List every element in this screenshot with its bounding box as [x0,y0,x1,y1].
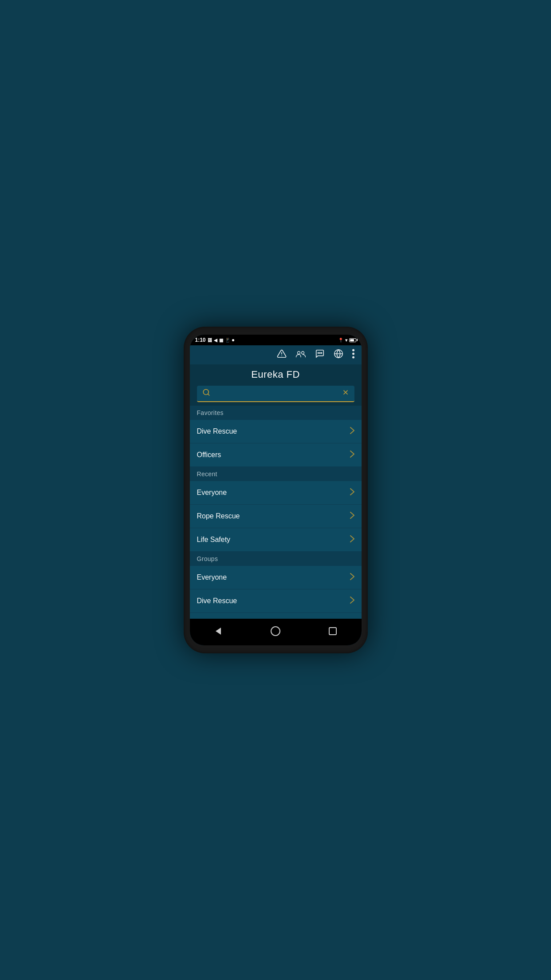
chevron-right-icon [350,597,354,605]
svg-point-5 [319,352,320,353]
home-button[interactable] [267,622,284,640]
globe-icon[interactable] [334,349,343,361]
list-item-label: Everyone [197,489,227,497]
wifi-icon: ▾ [345,338,347,343]
section-header-groups: Groups [190,552,362,566]
svg-point-6 [321,352,322,353]
list-item-dive-rescue-fav[interactable]: Dive Rescue [190,420,362,443]
chevron-right-icon [350,450,354,459]
list-item-eso-sarah[interactable]: ESO:SARAH [190,613,362,619]
more-icon[interactable] [352,349,354,361]
recents-button[interactable] [324,622,342,640]
status-bar-left: 1:10 🖼 ◀ ▦ 📱 [195,337,234,343]
list-item-rope-rescue[interactable]: Rope Rescue [190,505,362,528]
home-circle [271,626,280,636]
svg-point-2 [297,352,300,354]
search-bar[interactable] [197,386,354,402]
bottom-nav [190,619,362,645]
svg-line-13 [208,394,209,395]
list-item-everyone-groups[interactable]: Everyone [190,566,362,589]
chevron-right-icon [350,573,354,582]
chat-icon[interactable] [315,349,325,361]
list-container: Favorites Dive Rescue Officers [190,406,362,619]
phone-screen: 1:10 🖼 ◀ ▦ 📱 📍 ▾ [190,335,362,645]
search-clear-icon[interactable] [342,389,349,398]
back-button[interactable] [209,622,227,640]
svg-point-11 [352,356,354,359]
back-icon: ◀ [214,338,217,343]
svg-point-3 [301,352,304,354]
list-item-label: Everyone [197,573,227,581]
status-time: 1:10 [195,337,206,343]
section-header-favorites: Favorites [190,406,362,420]
calendar-icon: ▦ [219,338,223,343]
svg-point-10 [352,353,354,355]
svg-point-9 [352,349,354,352]
app-title: Eureka FD [190,364,362,386]
recents-square [329,627,337,635]
list-item-officers[interactable]: Officers [190,443,362,467]
alert-icon[interactable] [277,349,287,361]
list-item-label: Dive Rescue [197,597,237,605]
dot-indicator [232,339,234,341]
chevron-right-icon [350,512,354,521]
search-icon [202,388,210,399]
list-item-label: Officers [197,451,221,459]
location-icon: 📍 [338,338,343,343]
chevron-right-icon [350,488,354,497]
list-item-dive-rescue-groups[interactable]: Dive Rescue [190,589,362,613]
photo-icon: 🖼 [208,338,212,343]
group-icon[interactable] [295,349,306,361]
svg-marker-16 [216,628,221,635]
phone-device: 1:10 🖼 ◀ ▦ 📱 📍 ▾ [184,327,368,653]
svg-point-4 [318,352,319,353]
list-item-label: Life Safety [197,536,231,544]
phone-icon: 📱 [225,338,230,343]
chevron-right-icon [350,535,354,544]
toolbar [190,345,362,364]
status-bar-right: 📍 ▾ [338,338,356,343]
list-item-label: Rope Rescue [197,512,240,520]
status-bar: 1:10 🖼 ◀ ▦ 📱 📍 ▾ [190,335,362,345]
app-content: Eureka FD [190,345,362,619]
search-input[interactable] [214,390,342,397]
battery-icon [349,338,356,342]
list-item-everyone-recent[interactable]: Everyone [190,481,362,505]
chevron-right-icon [350,427,354,436]
list-item-label: Dive Rescue [197,427,237,435]
list-item-life-safety[interactable]: Life Safety [190,528,362,552]
section-header-recent: Recent [190,467,362,481]
